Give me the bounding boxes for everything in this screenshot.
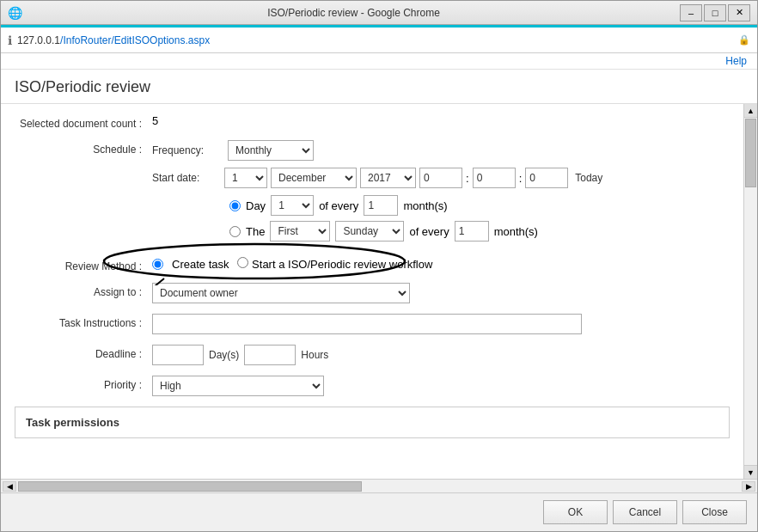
frequency-label: Frequency: [152, 144, 221, 156]
title-bar: 🌐 ISO/Periodic review - Google Chrome – … [1, 1, 757, 25]
day-every-input[interactable] [364, 195, 398, 216]
of-every-label-2: of every [409, 225, 449, 238]
the-every-input[interactable] [455, 221, 489, 242]
help-bar: Help [1, 53, 757, 70]
doc-count-label: Selected document count : [15, 114, 152, 130]
day-month-suffix: month(s) [403, 199, 447, 212]
task-instructions-label: Task Instructions : [15, 314, 152, 329]
day-radio-row: Day 1 of every month(s) [152, 195, 730, 216]
schedule-label: Schedule : [15, 140, 152, 156]
task-instructions-input[interactable] [152, 314, 582, 334]
doc-count-value: 5 [152, 114, 730, 127]
the-radio-row: The First Second Third Fourth Last Sunda… [152, 221, 730, 242]
priority-control: Low Medium High Critical [152, 376, 730, 396]
page-title: ISO/Periodic review [15, 78, 743, 96]
h-scroll-thumb[interactable] [18, 481, 362, 492]
startdate-row: Start date: 1 2345 JanuaryFebruaryMarch … [152, 168, 730, 188]
safe-icon: 🔒 [738, 34, 750, 46]
button-bar: OK Cancel Close [1, 492, 757, 531]
assign-to-label: Assign to : [15, 283, 152, 298]
scroll-thumb[interactable] [745, 119, 756, 187]
time-separator-2: : [519, 172, 523, 185]
priority-row: Priority : Low Medium High Critical [15, 376, 730, 396]
position-select[interactable]: First Second Third Fourth Last [270, 221, 330, 242]
day-value-select[interactable]: 1 [271, 195, 314, 216]
deadline-control: Day(s) Hours [152, 345, 730, 365]
startdate-year-select[interactable]: 2017 [360, 168, 416, 188]
review-method-label: Review Method : [15, 257, 152, 272]
address-bar: ℹ 127.0.0.1/InfoRouter/EditISOOptions.as… [1, 28, 757, 53]
deadline-days-input[interactable] [152, 345, 204, 365]
close-button[interactable]: Close [682, 500, 747, 524]
dayofweek-select[interactable]: Sunday Monday Tuesday Wednesday Thursday… [335, 221, 404, 242]
ok-button[interactable]: OK [543, 500, 608, 524]
window-close-button[interactable]: ✕ [728, 4, 750, 21]
day-radio-label: Day [246, 199, 266, 212]
the-radio[interactable] [229, 226, 241, 237]
info-icon: ℹ [8, 34, 12, 47]
startdate-label: Start date: [152, 172, 221, 184]
schedule-row: Schedule : Frequency: Daily Weekly Month… [15, 140, 730, 247]
window-controls: – □ ✕ [680, 4, 750, 21]
deadline-inputs: Day(s) Hours [152, 345, 730, 365]
assign-to-select[interactable]: Document owner Specific user [152, 283, 410, 303]
task-permissions-title: Task permissions [26, 416, 718, 429]
priority-select[interactable]: Low Medium High Critical [152, 376, 324, 396]
startdate-day-select[interactable]: 1 2345 [224, 168, 267, 188]
days-label: Day(s) [209, 349, 239, 361]
task-instructions-control [152, 314, 730, 334]
minimize-button[interactable]: – [680, 4, 702, 21]
scroll-down-btn[interactable]: ▼ [744, 465, 757, 479]
time-separator-1: : [466, 172, 469, 185]
review-method-options: Create task Start a ISO/Periodic review … [152, 257, 730, 271]
of-every-label: of every [319, 199, 358, 212]
scroll-track [744, 118, 757, 465]
address-text: 127.0.0.1/InfoRouter/EditISOOptions.aspx [17, 34, 210, 46]
task-permissions-section: Task permissions [15, 407, 730, 438]
day-radio[interactable] [229, 200, 241, 211]
help-link[interactable]: Help [725, 55, 747, 67]
assign-to-row: Assign to : Document owner Specific user [15, 283, 730, 303]
deadline-label: Deadline : [15, 345, 152, 360]
h-scroll-right-btn[interactable]: ▶ [742, 481, 755, 492]
task-instructions-row: Task Instructions : [15, 314, 730, 334]
frequency-row: Frequency: Daily Weekly Monthly Yearly [152, 140, 730, 161]
main-content: ISO/Periodic review Selected document co… [1, 70, 757, 531]
browser-icon: 🌐 [8, 6, 22, 20]
create-task-radio[interactable] [152, 259, 163, 270]
content-area[interactable]: Selected document count : 5 Schedule : F… [1, 104, 743, 479]
browser-window: 🌐 ISO/Periodic review - Google Chrome – … [0, 0, 758, 532]
assign-to-control: Document owner Specific user [152, 283, 730, 303]
priority-label: Priority : [15, 376, 152, 391]
schedule-control: Frequency: Daily Weekly Monthly Yearly S… [152, 140, 730, 247]
the-month-suffix: month(s) [494, 225, 538, 238]
maximize-button[interactable]: □ [704, 4, 726, 21]
review-method-control: Create task Start a ISO/Periodic review … [152, 257, 730, 271]
startdate-minute-input[interactable] [473, 168, 516, 188]
startdate-month-select[interactable]: JanuaryFebruaryMarch AprilMayJune JulyAu… [271, 168, 357, 188]
deadline-row: Deadline : Day(s) Hours [15, 345, 730, 365]
hours-label: Hours [301, 349, 328, 361]
title-bar-text: ISO/Periodic review - Google Chrome [28, 7, 680, 19]
doc-count-row: Selected document count : 5 [15, 114, 730, 130]
today-button[interactable]: Today [575, 172, 602, 184]
workflow-radio[interactable] [237, 257, 248, 268]
address-path[interactable]: /InfoRouter/EditISOOptions.aspx [60, 34, 210, 46]
startdate-second-input[interactable] [525, 168, 568, 188]
deadline-hours-input[interactable] [244, 345, 296, 365]
review-method-row: Review Method : Create task Start a ISO/… [15, 257, 730, 272]
page-header: ISO/Periodic review [1, 70, 757, 104]
scroll-up-btn[interactable]: ▲ [744, 104, 757, 118]
create-task-label: Create task [172, 258, 229, 271]
address-host: 127.0.0.1 [17, 34, 60, 46]
workflow-label: Start a ISO/Periodic review workflow [252, 258, 432, 271]
startdate-hour-input[interactable] [419, 168, 462, 188]
scrollbar-area: ▲ ▼ [743, 104, 757, 479]
h-scrollbar: ◀ ▶ [1, 479, 757, 492]
cancel-button[interactable]: Cancel [613, 500, 677, 524]
the-radio-label: The [246, 225, 265, 238]
frequency-select[interactable]: Daily Weekly Monthly Yearly [228, 140, 314, 161]
h-scroll-left-btn[interactable]: ◀ [3, 481, 16, 492]
